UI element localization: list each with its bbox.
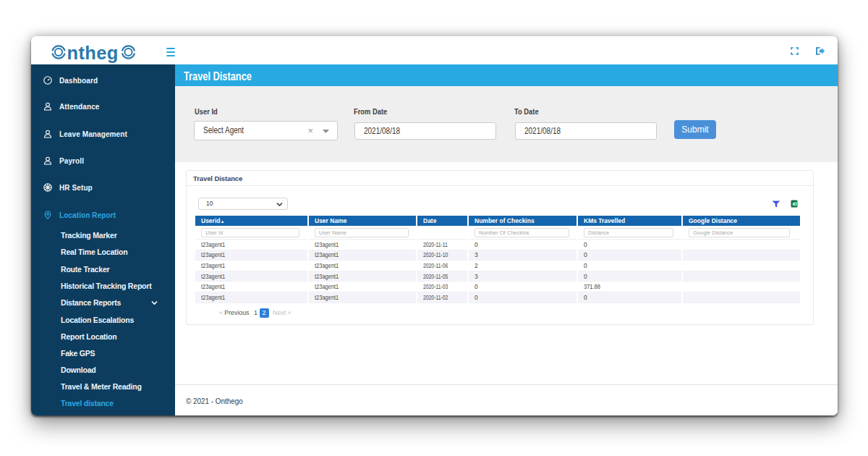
svg-text:x: x bbox=[792, 201, 795, 206]
svg-text:ntheg: ntheg bbox=[67, 43, 119, 63]
